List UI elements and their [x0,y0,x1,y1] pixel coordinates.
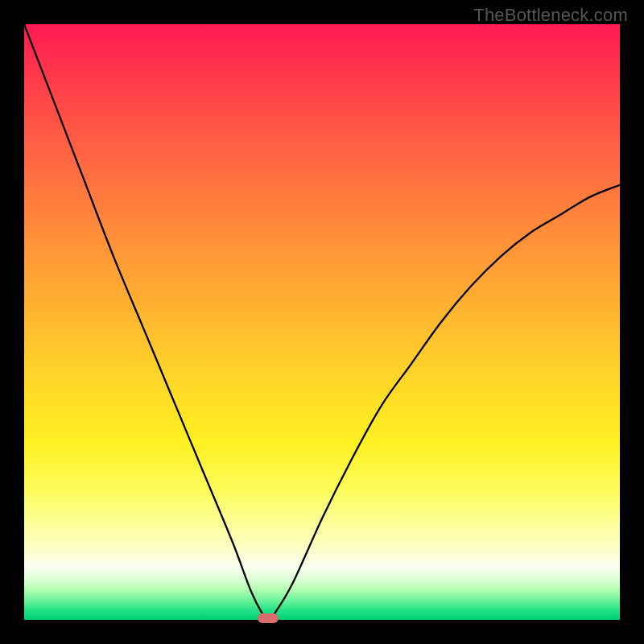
minimum-marker [258,613,279,623]
plot-area [24,24,620,620]
watermark-text: TheBottleneck.com [473,5,628,26]
outer-frame: TheBottleneck.com [0,0,644,644]
